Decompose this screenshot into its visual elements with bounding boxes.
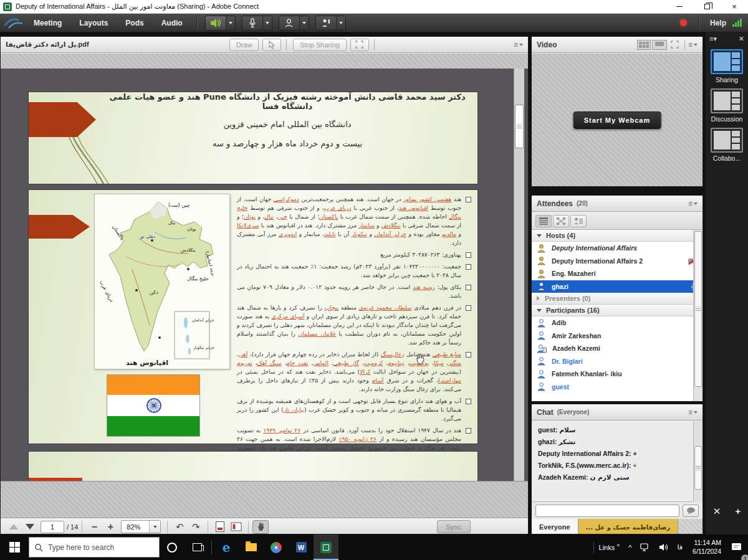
- attendee-row[interactable]: Eng. Mazaheri: [532, 267, 702, 280]
- word-icon: W: [296, 542, 307, 553]
- video-pod-menu-button[interactable]: ≡: [688, 40, 698, 49]
- stop-sharing-button[interactable]: Stop Sharing: [293, 39, 347, 51]
- layout-bar-close-icon[interactable]: ✕: [739, 35, 744, 43]
- raise-hand-dropdown[interactable]: [336, 16, 345, 30]
- zoom-in-button[interactable]: +: [102, 520, 118, 534]
- attendee-status-view-button[interactable]: [570, 215, 587, 227]
- edge-taskbar-button[interactable]: e: [214, 534, 239, 560]
- task-view-button[interactable]: [185, 534, 209, 560]
- chat-message-input[interactable]: [535, 505, 679, 517]
- sync-button[interactable]: Sync: [437, 520, 471, 533]
- attendee-row[interactable]: guest: [532, 381, 702, 394]
- minimize-button[interactable]: [666, 0, 693, 14]
- layout-thumbnail-collaboration[interactable]: [711, 128, 743, 153]
- chat-pod-menu-button[interactable]: ≡: [688, 408, 698, 417]
- attendee-row[interactable]: Deputy International Affairs 2: [532, 255, 702, 268]
- start-my-webcam-button[interactable]: Start My Webcam: [573, 112, 661, 129]
- file-explorer-taskbar-button[interactable]: [239, 534, 264, 560]
- attendee-row[interactable]: Azadeh Kazemi: [532, 342, 702, 355]
- slide-2: پاکستان چین (تبت) نپال بوتان برمه (میانم…: [29, 190, 477, 444]
- chat-scrollbar-thumb[interactable]: [694, 446, 702, 490]
- add-layout-icon[interactable]: +: [736, 506, 741, 517]
- show-hidden-icons-button[interactable]: ^: [625, 534, 635, 560]
- microphone-button[interactable]: [242, 16, 272, 31]
- attendee-row[interactable]: Fatemeh Khanlari- ikiu: [532, 368, 702, 381]
- map-label-bhutan: بوتان: [187, 227, 196, 232]
- breakout-view-button[interactable]: [553, 215, 569, 227]
- taskbar-search[interactable]: Type here to search: [29, 537, 160, 558]
- grid-view-button[interactable]: [637, 40, 651, 50]
- shared-document-title: یل ارائه دکتر قاض‌یفا.pdf: [6, 40, 89, 49]
- previous-page-button[interactable]: [6, 520, 22, 534]
- document-scrollbar-thumb[interactable]: [515, 105, 524, 148]
- participants-section-header[interactable]: Participants (16): [532, 305, 702, 316]
- presenters-section-header[interactable]: Presenters (0): [532, 293, 702, 305]
- attendee-row[interactable]: Adib: [532, 316, 702, 330]
- delete-layout-icon[interactable]: ✕: [713, 506, 721, 517]
- share-pod-menu-button[interactable]: ≡: [514, 40, 523, 49]
- document-viewport[interactable]: دکتر سید محمد قاضی دانش آموخته رشته فیزی…: [1, 69, 528, 481]
- chrome-taskbar-button[interactable]: [264, 534, 289, 560]
- help-menu[interactable]: Help: [710, 19, 726, 27]
- rotate-left-button[interactable]: ↶: [171, 520, 188, 534]
- attendees-pod-menu-button[interactable]: ≡: [688, 199, 698, 208]
- next-page-button[interactable]: [22, 520, 38, 534]
- chat-pod-header: Chat (Everyone) ≡: [532, 404, 702, 420]
- chat-scrollbar[interactable]: [693, 421, 702, 502]
- adobe-connect-app-icon: [3, 2, 12, 11]
- cortana-button[interactable]: [160, 534, 185, 560]
- fit-width-button[interactable]: [228, 520, 244, 534]
- filmstrip-view-button[interactable]: [652, 40, 667, 50]
- rotate-right-button[interactable]: ↷: [188, 520, 204, 534]
- start-button[interactable]: [0, 534, 29, 560]
- attendee-row[interactable]: Amir Zarkeshan: [532, 330, 702, 343]
- attendee-row-selected[interactable]: ghazi: [532, 280, 702, 293]
- menu-layouts[interactable]: Layouts: [70, 14, 117, 32]
- attendees-scrollbar[interactable]: [693, 230, 702, 401]
- raise-hand-button[interactable]: [315, 16, 346, 31]
- send-message-button[interactable]: [683, 505, 699, 517]
- chat-tab-private[interactable]: ... رضای‌فاطمه جسک و عل: [578, 519, 679, 534]
- zoom-dropdown-arrow[interactable]: [149, 521, 160, 533]
- close-button[interactable]: ×: [721, 0, 748, 14]
- attendees-scrollbar-thumb[interactable]: [694, 231, 702, 387]
- restore-button[interactable]: [693, 0, 721, 14]
- draw-button[interactable]: Draw: [229, 39, 259, 51]
- adobe-connect-taskbar-button[interactable]: [314, 534, 338, 560]
- action-center-button[interactable]: 1: [727, 534, 746, 560]
- layout-thumbnail-discussion[interactable]: [711, 88, 743, 113]
- hosts-section-header[interactable]: Hosts (4): [532, 230, 702, 242]
- zoom-out-button[interactable]: −: [86, 520, 102, 534]
- menu-meeting[interactable]: Meeting: [25, 14, 70, 32]
- video-fullscreen-icon[interactable]: [671, 40, 679, 49]
- chat-text: ستی لازم ن: [590, 473, 629, 481]
- layout-thumbnail-sharing[interactable]: [711, 49, 743, 74]
- volume-icon[interactable]: [655, 534, 672, 560]
- connection-signal-icon[interactable]: [732, 19, 742, 27]
- chat-tab-everyone[interactable]: Everyone: [532, 519, 578, 534]
- fullscreen-button[interactable]: [350, 39, 369, 51]
- word-taskbar-button[interactable]: W: [289, 534, 314, 560]
- menu-audio[interactable]: Audio: [153, 14, 191, 32]
- speaker-button[interactable]: [205, 16, 236, 31]
- pan-tool-button[interactable]: [252, 520, 269, 534]
- pointer-tool-button[interactable]: [262, 39, 281, 51]
- document-scrollbar[interactable]: [514, 69, 524, 481]
- microphone-dropdown[interactable]: [262, 16, 272, 30]
- attendee-row[interactable]: Deputy International Affairs: [532, 242, 702, 255]
- menu-pods[interactable]: Pods: [117, 14, 152, 32]
- webcam-dropdown[interactable]: [299, 16, 309, 30]
- webcam-button[interactable]: [279, 16, 309, 31]
- network-icon[interactable]: [636, 534, 654, 560]
- attendee-list-view-button[interactable]: [535, 215, 552, 227]
- zoom-level-select[interactable]: 82%: [121, 520, 161, 533]
- raise-hand-icon: [321, 18, 331, 27]
- fit-page-button[interactable]: [212, 520, 228, 534]
- attendee-row[interactable]: Dr. Biglari: [532, 355, 702, 368]
- links-toolbar[interactable]: Links»: [595, 534, 624, 560]
- page-number-input[interactable]: [41, 521, 64, 533]
- taskbar-clock[interactable]: 11:14 AM 6/11/2024: [688, 539, 726, 556]
- speaker-dropdown[interactable]: [226, 16, 235, 30]
- layout-bar-menu-button[interactable]: ≡▾: [709, 35, 717, 43]
- keyboard-language-indicator[interactable]: فا: [673, 534, 686, 560]
